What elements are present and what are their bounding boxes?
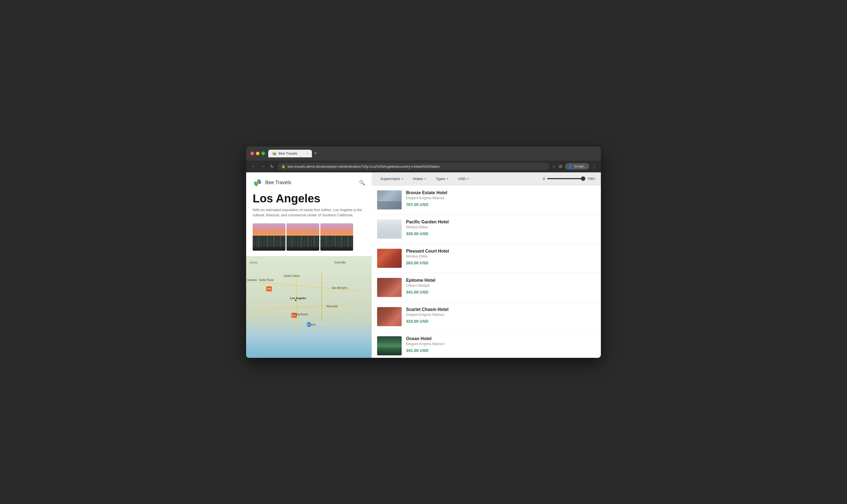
new-tab-button[interactable]: + [312, 150, 319, 156]
hotel-list-container: Bronze Estate Hotel Elegant Enigma Allia… [372, 185, 601, 358]
map-label-santapaula: Santa Paula [259, 278, 274, 282]
minimize-button[interactable] [256, 151, 260, 155]
price-min-label: 0 [543, 177, 545, 181]
hotel-item[interactable]: Pleasant Court Hotel Nimbus Elites 262.0… [372, 244, 601, 273]
city-photo-3[interactable] [320, 223, 353, 251]
address-bar-actions: ☆ ⚙ 👤 Incogn... ⋮ [552, 163, 597, 169]
map-label-sanbernardino: San Bernard... [332, 286, 349, 289]
map-label-santaclarita: Santa Clarita [284, 274, 300, 277]
city-photo-1[interactable] [253, 223, 285, 251]
hotel-chain: Urban Lifestyle [406, 283, 595, 287]
hotel-name: Scarlet Chasm Hotel [406, 307, 595, 312]
hotel-price: 262.00 USD [406, 260, 595, 265]
search-icon[interactable]: 🔍 [359, 180, 365, 186]
map-area[interactable]: 210 215 126 Victorville Santa Paula Sant… [246, 256, 372, 358]
hotel-info: Pacific Garden Hotel Nimbus Elites 330.0… [406, 219, 595, 236]
slider-track [547, 178, 585, 179]
gear-icon[interactable]: ⚙ [559, 164, 562, 169]
hotel-chain: Elegant Enigma Alliance [406, 342, 595, 346]
hotel-price: 341.00 USD [406, 348, 595, 353]
hotel-chain: Elegant Enigma Alliance [406, 312, 595, 317]
slider-fill [547, 178, 585, 179]
hotel-item[interactable]: Scarlet Chasm Hotel Elegant Enigma Allia… [372, 302, 601, 331]
superchains-label: Superchains [381, 177, 400, 181]
map-label-barbara: barbara [247, 278, 257, 282]
map-road-4 [321, 271, 322, 322]
brand-logo-icon [253, 178, 263, 187]
city-photo-2[interactable] [286, 223, 319, 251]
tab-label: Bee Travels [279, 151, 297, 156]
currency-chevron-icon: ▾ [467, 177, 469, 180]
brand-name: Bee Travels [265, 180, 291, 185]
slider-thumb[interactable] [581, 177, 585, 181]
title-bar: 🐝 Bee Travels × + [246, 146, 601, 161]
back-button[interactable]: ← [250, 163, 257, 170]
currency-filter[interactable]: USD ▾ [455, 175, 472, 182]
url-bar[interactable]: 🔒 bee-travels.demo.ibmdeveloper.net/dest… [278, 163, 549, 170]
incognito-label: Incogn... [574, 164, 587, 168]
superchains-filter[interactable]: Superchains ▾ [377, 175, 406, 182]
hotel-price: 433.00 USD [406, 319, 595, 323]
hotel-thumbnail [377, 278, 402, 297]
url-text: bee-travels.demo.ibmdeveloper.net/destin… [288, 164, 440, 168]
lock-icon: 🔒 [281, 164, 285, 168]
star-icon[interactable]: ☆ [552, 164, 556, 169]
forward-button[interactable]: → [260, 163, 266, 170]
hotel-info: Epitome Hotel Urban Lifestyle 341.00 USD [406, 278, 595, 294]
hotel-chain: Nimbus Elites [406, 254, 595, 258]
hotel-list: Superchains ▾ Hotels ▾ Types ▾ USD ▾ 0 [372, 173, 601, 358]
highway-badge-126: 126 [266, 286, 272, 291]
hotel-thumbnail [377, 191, 402, 210]
hotel-price: 330.00 USD [406, 231, 595, 236]
hotel-name: Pacific Garden Hotel [406, 219, 595, 224]
close-button[interactable] [250, 151, 254, 155]
map-label-riverside: Riverside [327, 305, 338, 308]
map-label-irvine: Irvine [309, 323, 315, 326]
map-label-barbara2: ...arbara [247, 261, 258, 264]
hotel-item[interactable]: Epitome Hotel Urban Lifestyle 341.00 USD [372, 273, 601, 302]
superchains-chevron-icon: ▾ [402, 177, 403, 180]
browser-window: 🐝 Bee Travels × + ← → ↻ 🔒 bee-travels.de… [246, 146, 601, 358]
hotels-filter[interactable]: Hotels ▾ [410, 175, 429, 182]
hotel-thumbnail [377, 219, 402, 239]
reload-button[interactable]: ↻ [269, 163, 275, 170]
filter-bar: Superchains ▾ Hotels ▾ Types ▾ USD ▾ 0 [372, 173, 601, 185]
app-content: Bee Travels 🔍 Los Angeles With an estima… [246, 173, 601, 358]
hotels-label: Hotels [413, 177, 423, 181]
hotel-info: Scarlet Chasm Hotel Elegant Enigma Allia… [406, 307, 595, 323]
incognito-button[interactable]: 👤 Incogn... [565, 163, 589, 169]
price-range: 0 700+ [543, 176, 595, 181]
hotel-item[interactable]: Ocean Hotel Elegant Enigma Alliance 341.… [372, 331, 601, 358]
hotel-name: Bronze Estate Hotel [406, 191, 595, 195]
hotel-item[interactable]: Bronze Estate Hotel Elegant Enigma Allia… [372, 185, 601, 215]
active-tab[interactable]: 🐝 Bee Travels × [268, 150, 312, 157]
sidebar: Bee Travels 🔍 Los Angeles With an estima… [246, 173, 372, 358]
maximize-button[interactable] [261, 151, 265, 155]
price-max-label: 700+ [587, 177, 595, 181]
city-description: With an estimated population of nearly f… [246, 207, 372, 218]
map-label-la: Los Angeles [290, 297, 306, 300]
hotel-thumbnail [377, 336, 402, 355]
types-label: Types [436, 177, 445, 181]
tab-close-icon[interactable]: × [306, 152, 308, 155]
traffic-lights [250, 151, 265, 155]
hotel-thumbnail [377, 307, 402, 326]
hotel-item[interactable]: Pacific Garden Hotel Nimbus Elites 330.0… [372, 215, 601, 244]
hotel-name: Epitome Hotel [406, 278, 595, 283]
hotel-name: Ocean Hotel [406, 336, 595, 341]
types-filter[interactable]: Types ▾ [433, 175, 452, 182]
map-label-longbeach: Long Beach [294, 313, 308, 316]
menu-icon[interactable]: ⋮ [592, 164, 597, 169]
tab-favicon: 🐝 [272, 151, 277, 156]
city-title: Los Angeles [246, 187, 372, 207]
types-chevron-icon: ▾ [447, 177, 448, 180]
price-slider[interactable] [547, 176, 585, 181]
photo-gallery [246, 218, 372, 256]
sidebar-header: Bee Travels 🔍 [246, 173, 372, 187]
incognito-avatar: 👤 [568, 164, 572, 168]
map-road-3 [296, 276, 297, 337]
hotels-chevron-icon: ▾ [425, 177, 426, 180]
address-bar: ← → ↻ 🔒 bee-travels.demo.ibmdeveloper.ne… [246, 161, 601, 173]
hotel-info: Bronze Estate Hotel Elegant Enigma Allia… [406, 191, 595, 207]
svg-point-4 [257, 182, 259, 183]
